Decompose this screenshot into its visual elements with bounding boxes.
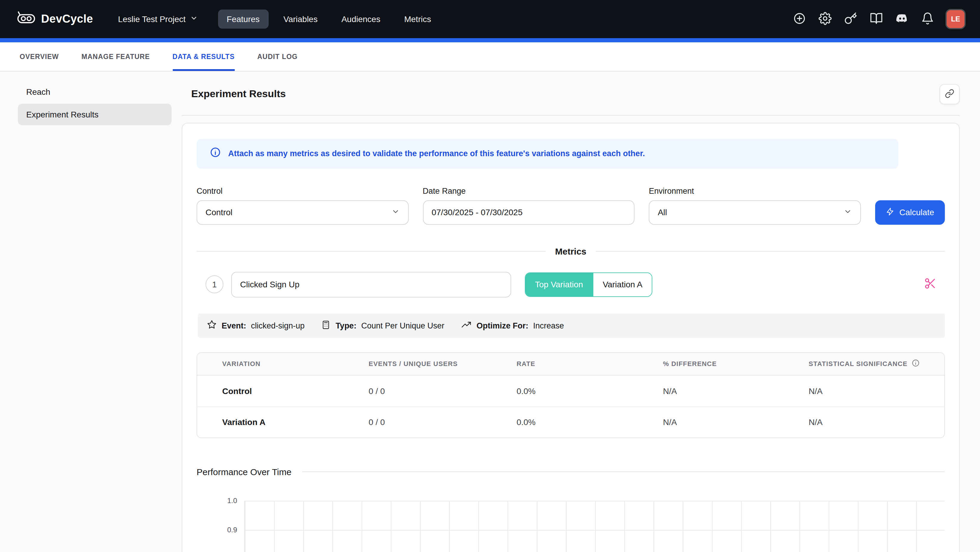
chevron-down-icon [391, 207, 399, 218]
main-panel: Experiment Results Attach as many metric… [179, 72, 980, 552]
chevron-down-icon [190, 14, 197, 24]
bell-icon [921, 12, 934, 27]
metrics-heading: Metrics [555, 246, 586, 256]
date-range-field: Date Range 07/30/2025 - 07/30/2025 [423, 187, 635, 225]
experiment-results-card: Attach as many metrics as desired to val… [182, 123, 960, 552]
performance-chart: 1.0 0.9 [197, 501, 945, 552]
page-title: Experiment Results [191, 89, 286, 101]
event-meta: Event: clicked-sign-up [207, 320, 305, 332]
cell-events: 0 / 0 [344, 386, 492, 396]
optimize-value: Increase [533, 321, 564, 330]
nav-item-features[interactable]: Features [218, 10, 269, 29]
col-header-significance: STATISTICAL SIGNIFICANCE [784, 359, 944, 369]
control-select-value: Control [205, 208, 232, 217]
docs-button[interactable] [866, 9, 886, 29]
nav-item-metrics[interactable]: Metrics [395, 10, 440, 29]
remove-metric-button[interactable] [920, 277, 940, 292]
type-value: Count Per Unique User [361, 321, 444, 330]
nav-item-variables[interactable]: Variables [275, 10, 327, 29]
environment-field: Environment All [649, 187, 861, 225]
type-label: Type: [336, 321, 356, 330]
feature-tabbar: OVERVIEW MANAGE FEATURE DATA & RESULTS A… [0, 42, 980, 72]
book-icon [870, 12, 883, 27]
tab-data-results[interactable]: DATA & RESULTS [172, 42, 235, 71]
col-header-rate: RATE [492, 361, 638, 367]
cell-significance: N/A [784, 418, 944, 427]
sidebar-item-reach[interactable]: Reach [18, 81, 172, 102]
controls-row: Control Control Date Range 07/30/2025 - … [197, 187, 945, 225]
link-icon [945, 89, 955, 100]
nav-item-audiences[interactable]: Audiences [332, 10, 389, 29]
date-range-input[interactable]: 07/30/2025 - 07/30/2025 [423, 200, 635, 225]
title-divider [182, 115, 960, 116]
main-nav: Features Variables Audiences Metrics [218, 10, 440, 29]
copy-link-button[interactable] [940, 85, 960, 105]
variation-toggle: Top Variation Variation A [525, 273, 653, 297]
cell-variation: Variation A [197, 418, 344, 427]
results-table: VARIATION EVENTS / UNIQUE USERS RATE % D… [197, 352, 945, 438]
col-header-difference: % DIFFERENCE [638, 361, 784, 367]
devcycle-logo-icon [17, 10, 36, 28]
brand[interactable]: DevCycle [17, 10, 93, 28]
event-value: clicked-sign-up [251, 321, 305, 330]
event-label: Event: [222, 321, 247, 330]
toggle-top-variation[interactable]: Top Variation [525, 273, 592, 296]
metric-meta-bar: Event: clicked-sign-up Type: Count Per U… [198, 314, 945, 338]
metric-name-input[interactable] [231, 272, 511, 297]
notifications-button[interactable] [918, 9, 938, 29]
calculate-button[interactable]: Calculate [875, 200, 945, 225]
api-keys-button[interactable] [841, 9, 861, 29]
star-icon [207, 320, 217, 332]
settings-button[interactable] [815, 9, 835, 29]
tab-audit-log[interactable]: AUDIT LOG [257, 42, 298, 71]
divider-line [596, 251, 945, 252]
app-root: DevCycle Leslie Test Project Features Va… [0, 0, 980, 552]
performance-title: Performance Over Time [197, 467, 291, 477]
table-row: Control 0 / 0 0.0% N/A N/A [197, 376, 944, 407]
content: Reach Experiment Results Experiment Resu… [0, 72, 980, 552]
info-banner: Attach as many metrics as desired to val… [197, 139, 898, 169]
header-actions: LE [789, 9, 964, 29]
environment-select-value: All [658, 208, 667, 217]
title-row: Experiment Results [182, 72, 960, 115]
y-axis-tick: 1.0 [197, 496, 237, 505]
cell-variation: Control [197, 386, 344, 396]
environment-select[interactable]: All [649, 200, 861, 225]
discord-icon [896, 12, 908, 27]
sidebar-item-experiment-results[interactable]: Experiment Results [18, 104, 172, 125]
optimize-meta: Optimize For: Increase [461, 319, 564, 332]
chevron-down-icon [843, 207, 852, 218]
divider-line [302, 472, 945, 472]
cell-difference: N/A [638, 386, 784, 396]
user-avatar[interactable]: LE [947, 10, 964, 28]
metric-index-badge: 1 [205, 276, 223, 294]
trending-up-icon [461, 319, 472, 332]
type-meta: Type: Count Per Unique User [321, 320, 444, 332]
cell-events: 0 / 0 [344, 418, 492, 427]
calculate-label: Calculate [899, 208, 934, 217]
banner-text: Attach as many metrics as desired to val… [228, 149, 645, 158]
date-range-value: 07/30/2025 - 07/30/2025 [432, 208, 522, 217]
metric-row: 1 Top Variation Variation A [197, 272, 945, 297]
performance-header: Performance Over Time [197, 467, 945, 477]
project-selector[interactable]: Leslie Test Project [115, 14, 201, 24]
tab-manage-feature[interactable]: MANAGE FEATURE [82, 42, 150, 71]
discord-button[interactable] [892, 9, 912, 29]
tab-overview[interactable]: OVERVIEW [20, 42, 59, 71]
control-label: Control [197, 187, 408, 196]
project-name: Leslie Test Project [118, 14, 186, 24]
cell-rate: 0.0% [492, 418, 638, 427]
key-icon [844, 12, 857, 27]
info-icon[interactable] [912, 359, 920, 369]
accent-strip [0, 38, 980, 42]
toggle-variation-a[interactable]: Variation A [592, 273, 652, 296]
col-header-events: EVENTS / UNIQUE USERS [344, 361, 492, 367]
add-button[interactable] [789, 9, 810, 29]
col-header-significance-label: STATISTICAL SIGNIFICANCE [809, 361, 908, 367]
control-select[interactable]: Control [197, 200, 408, 225]
calculator-icon [321, 320, 331, 332]
cell-rate: 0.0% [492, 386, 638, 396]
top-nav: DevCycle Leslie Test Project Features Va… [0, 0, 980, 38]
divider-line [197, 251, 546, 252]
table-header-row: VARIATION EVENTS / UNIQUE USERS RATE % D… [197, 353, 944, 376]
